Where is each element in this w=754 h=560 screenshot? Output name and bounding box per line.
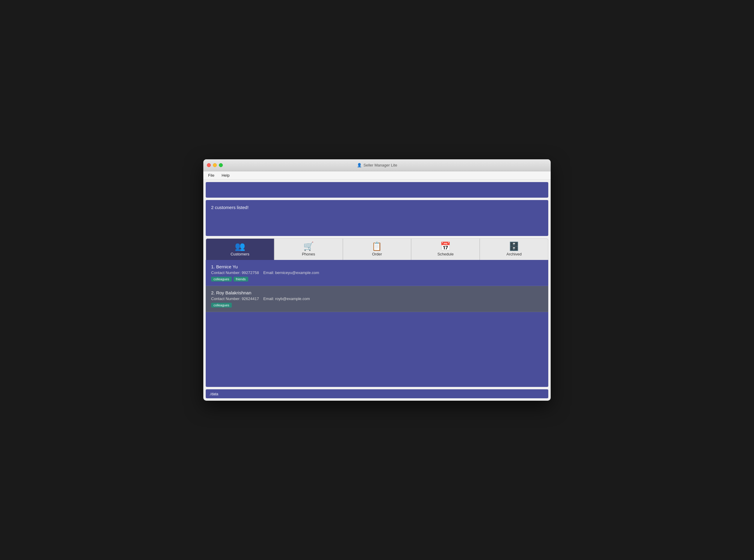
tab-order[interactable]: 📋 Order [343, 238, 411, 260]
person-icon: 👤 [357, 163, 362, 167]
minimize-button[interactable] [213, 163, 217, 167]
statusbar-text: ./data [209, 392, 218, 396]
archived-icon: 🗄️ [509, 242, 519, 251]
tag-colleagues: colleagues [211, 277, 232, 281]
tab-customers[interactable]: 👥 Customers [206, 238, 274, 260]
customer-contact: Contact Number: 99272758 Email: bernicey… [211, 271, 543, 275]
customer-email: berniceyu@example.com [275, 271, 319, 275]
customer-name: 2. Roy Balakrishnan [211, 290, 543, 295]
tab-customers-label: Customers [230, 252, 249, 256]
tab-schedule-label: Schedule [437, 252, 454, 256]
contact-number: 99272758 [242, 271, 259, 275]
customer-tags: colleagues friends [211, 277, 543, 281]
tab-archived-label: Archived [506, 252, 522, 256]
schedule-icon: 📅 [440, 242, 451, 251]
table-row: 2. Roy Balakrishnan Contact Number: 9262… [206, 286, 548, 312]
tab-schedule[interactable]: 📅 Schedule [411, 238, 480, 260]
tab-archived[interactable]: 🗄️ Archived [480, 238, 548, 260]
menu-file[interactable]: File [207, 173, 216, 178]
statusbar: ./data [206, 389, 548, 398]
customers-icon: 👥 [235, 242, 245, 251]
customer-tags: colleagues [211, 303, 543, 307]
maximize-button[interactable] [219, 163, 223, 167]
app-window: 👤 Seller Manager Lite File Help 2 custom… [203, 159, 551, 401]
customer-email: royb@example.com [275, 297, 310, 301]
contact-label: Contact Number: [211, 271, 241, 275]
email-label: Email: [263, 297, 274, 301]
contact-label: Contact Number: [211, 297, 241, 301]
info-bar: 2 customers listed! [206, 200, 548, 236]
table-row: 1. Bernice Yu Contact Number: 99272758 E… [206, 260, 548, 286]
customer-index: 1. [211, 264, 215, 269]
tag-colleagues: colleagues [211, 303, 232, 307]
menu-help[interactable]: Help [220, 173, 231, 178]
customer-full-name: Bernice Yu [216, 264, 238, 269]
content-area: 1. Bernice Yu Contact Number: 99272758 E… [206, 260, 548, 387]
menubar: File Help [203, 171, 551, 180]
close-button[interactable] [207, 163, 211, 167]
traffic-lights [207, 163, 223, 167]
phones-icon: 🛒 [303, 242, 314, 251]
customers-count-text: 2 customers listed! [211, 205, 248, 210]
top-bar [206, 182, 548, 198]
window-title: 👤 Seller Manager Lite [357, 163, 398, 167]
customer-full-name: Roy Balakrishnan [216, 290, 251, 295]
order-icon: 📋 [372, 242, 382, 251]
titlebar: 👤 Seller Manager Lite [203, 159, 551, 171]
customer-contact: Contact Number: 92624417 Email: royb@exa… [211, 297, 543, 301]
tag-friends: friends [233, 277, 248, 281]
empty-space [206, 312, 548, 387]
customer-name: 1. Bernice Yu [211, 264, 543, 269]
contact-number: 92624417 [242, 297, 259, 301]
email-label: Email: [263, 271, 274, 275]
tab-phones[interactable]: 🛒 Phones [274, 238, 343, 260]
tab-order-label: Order [372, 252, 382, 256]
tabs-container: 👥 Customers 🛒 Phones 📋 Order 📅 Schedule … [206, 238, 548, 260]
customer-index: 2. [211, 290, 215, 295]
tab-phones-label: Phones [302, 252, 315, 256]
